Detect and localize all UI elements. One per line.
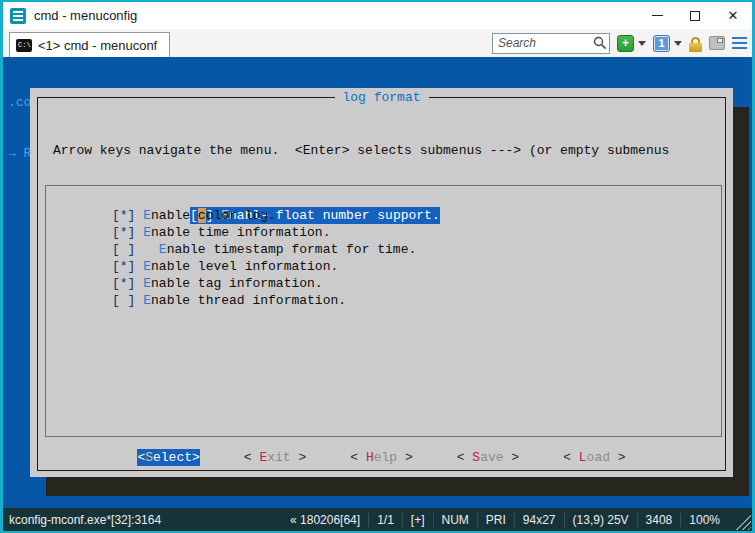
status-plus-indicator: [+] xyxy=(402,513,433,527)
status-segments: « 180206[64] 1/1 [+] NUM PRI 94x27 (13,9… xyxy=(282,513,728,527)
dialog-title: log format xyxy=(335,89,429,106)
status-cursor-info: (13,9) 25V xyxy=(564,513,637,527)
cmd-icon xyxy=(16,39,32,52)
status-bar: kconfig-mconf.exe*[32]:3164 « 180206[64]… xyxy=(3,508,752,531)
select-button[interactable]: <Select> xyxy=(137,449,199,466)
menu-item-thread-info[interactable]: [ ] Enable thread information. xyxy=(112,292,721,309)
search-icon xyxy=(593,36,607,50)
menu-list: [ ] Enable float number support. [*] Ena… xyxy=(45,185,722,437)
tabbar-toolbar: + 1 xyxy=(492,33,747,54)
status-build: « 180206[64] xyxy=(282,513,368,527)
close-button[interactable]: ✕ xyxy=(714,4,752,28)
new-console-button[interactable]: + xyxy=(617,35,634,52)
status-priority: PRI xyxy=(477,513,514,527)
status-console-index: 1/1 xyxy=(368,513,402,527)
minimize-button[interactable] xyxy=(638,4,676,28)
tab-cmd-menuconf[interactable]: <1> cmd - menuconf xyxy=(9,32,170,57)
active-console-group: 1 xyxy=(653,35,682,52)
dialog-titlebar: log format xyxy=(37,89,726,106)
tab-bar: <1> cmd - menuconf + 1 xyxy=(3,29,752,57)
save-button[interactable]: < Save > xyxy=(457,449,519,466)
menu-hamburger-icon[interactable] xyxy=(732,37,747,49)
maximize-button[interactable] xyxy=(676,4,714,28)
window-controls: ✕ xyxy=(638,4,752,28)
tab-label: <1> cmd - menuconf xyxy=(38,38,157,53)
console-list-dropdown-icon[interactable] xyxy=(674,41,682,50)
new-console-group: + xyxy=(617,35,646,52)
conemu-app-icon[interactable] xyxy=(10,8,26,24)
menu-item-timestamp-format[interactable]: [ ] Enable timestamp format for time. xyxy=(112,241,721,258)
menu-item-time-info[interactable]: [*] Enable time information. xyxy=(112,224,721,241)
process-name: kconfig-mconf.exe*[32]:3164 xyxy=(3,513,161,527)
dialog-buttons: <Select> < Exit > < Help > < Save > < Lo… xyxy=(30,449,733,466)
status-numlock: NUM xyxy=(433,513,477,527)
resize-grip[interactable] xyxy=(735,514,751,530)
lock-icon[interactable] xyxy=(689,37,702,52)
load-button[interactable]: < Load > xyxy=(563,449,625,466)
terminal-screen: .config - RT-Thread Project Configuratio… xyxy=(3,57,752,508)
menu-item-tag-info[interactable]: [*] Enable tag information. xyxy=(112,275,721,292)
exit-button[interactable]: < Exit > xyxy=(244,449,306,466)
status-number: 3408 xyxy=(637,513,681,527)
conemu-window: cmd - menuconfig ✕ <1> cmd - menuconf + xyxy=(0,0,755,533)
active-console-button[interactable]: 1 xyxy=(653,35,670,52)
search-box xyxy=(492,33,610,54)
help-button[interactable]: < Help > xyxy=(350,449,412,466)
menu-item-float-number[interactable]: [ ] Enable float number support. xyxy=(112,190,721,207)
status-zoom: 100% xyxy=(680,513,728,527)
log-format-dialog: log format Arrow keys navigate the menu.… xyxy=(30,88,733,477)
window-title: cmd - menuconfig xyxy=(34,8,137,23)
menu-item-level-info[interactable]: [*] Enable level information. xyxy=(112,258,721,275)
split-pane-icon[interactable] xyxy=(709,36,725,50)
status-console-size: 94x27 xyxy=(514,513,564,527)
new-console-dropdown-icon[interactable] xyxy=(638,41,646,50)
title-bar: cmd - menuconfig ✕ xyxy=(3,2,752,29)
